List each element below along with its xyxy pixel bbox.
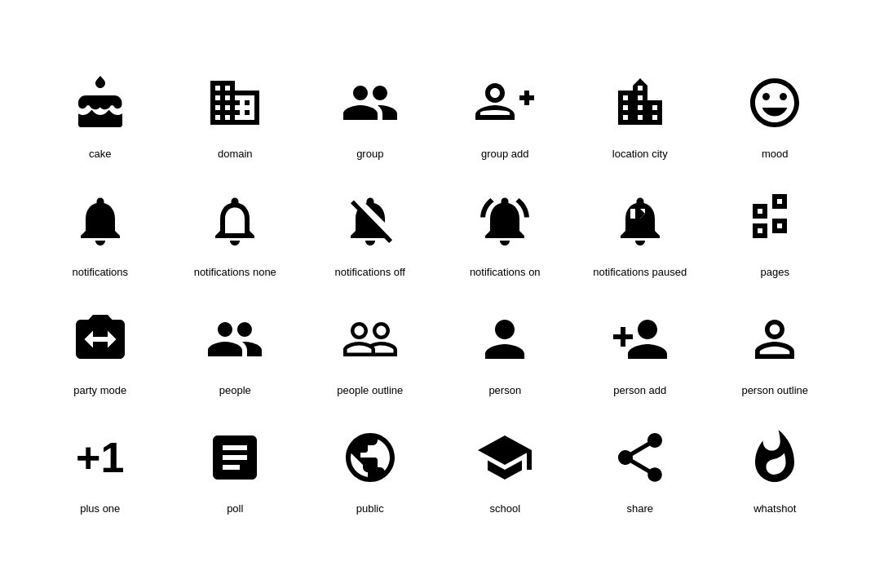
people-outline-label: people outline xyxy=(337,378,403,405)
people-icon xyxy=(202,307,267,372)
icon-item-plus-one: +1 plus one xyxy=(33,417,168,527)
icon-item-whatshot: whatshot xyxy=(708,417,843,527)
icon-item-school: school xyxy=(438,417,573,527)
icon-item-notifications-off: notifications off xyxy=(303,180,438,290)
share-icon xyxy=(608,425,673,490)
mood-icon xyxy=(742,70,807,135)
people-outline-icon xyxy=(338,307,403,372)
whatshot-icon xyxy=(742,425,807,490)
pages-icon xyxy=(742,188,807,254)
plus-one-label: plus one xyxy=(80,497,120,523)
icon-item-pages: pages xyxy=(708,180,843,290)
icon-item-notifications-none: notifications none xyxy=(168,180,303,290)
location-city-icon xyxy=(608,70,673,135)
notifications-on-label: notifications on xyxy=(470,260,541,286)
public-icon xyxy=(338,425,403,490)
people-label: people xyxy=(219,378,251,405)
location-city-label: location city xyxy=(612,142,668,168)
notifications-on-icon xyxy=(472,188,537,254)
domain-icon xyxy=(202,70,267,135)
person-icon xyxy=(472,307,537,372)
icon-item-notifications-on: notifications on xyxy=(438,180,573,290)
notifications-off-label: notifications off xyxy=(335,260,405,286)
school-label: school xyxy=(489,497,520,523)
poll-label: poll xyxy=(227,497,243,523)
group-icon xyxy=(338,70,403,135)
pages-label: pages xyxy=(761,260,789,286)
icon-item-group: group xyxy=(303,62,438,172)
icon-item-group-add: group add xyxy=(438,62,573,172)
icon-item-domain: domain xyxy=(168,62,303,172)
group-add-label: group add xyxy=(481,142,529,168)
icon-item-public: public xyxy=(303,417,438,527)
icon-item-party-mode: party mode xyxy=(33,298,168,409)
party-mode-icon xyxy=(68,307,133,372)
person-add-label: person add xyxy=(613,378,666,405)
share-label: share xyxy=(626,497,653,523)
icon-item-notifications: notifications xyxy=(33,180,168,290)
notifications-label: notifications xyxy=(72,260,128,286)
icon-item-person-outline: person outline xyxy=(708,298,843,409)
whatshot-label: whatshot xyxy=(753,497,796,523)
mood-label: mood xyxy=(762,142,789,168)
notifications-paused-label: notifications paused xyxy=(593,260,687,286)
person-outline-icon xyxy=(742,307,807,372)
notifications-off-icon xyxy=(338,188,403,254)
public-label: public xyxy=(356,497,384,523)
plus-one-icon: +1 xyxy=(68,425,133,490)
person-label: person xyxy=(488,378,521,405)
icon-item-notifications-paused: notifications paused xyxy=(572,180,708,290)
icon-item-person-add: person add xyxy=(572,298,708,409)
group-add-icon xyxy=(472,70,537,135)
icon-item-poll: poll xyxy=(168,417,303,527)
icon-item-location-city: location city xyxy=(572,62,708,172)
person-outline-label: person outline xyxy=(741,378,808,405)
notifications-none-icon xyxy=(202,188,267,254)
icon-item-people-outline: people outline xyxy=(303,298,438,409)
cake-label: cake xyxy=(89,142,111,168)
cake-icon xyxy=(68,70,133,135)
icon-item-share: share xyxy=(572,417,708,527)
domain-label: domain xyxy=(218,142,253,168)
poll-icon xyxy=(202,425,267,490)
icon-item-person: person xyxy=(438,298,573,409)
notifications-paused-icon xyxy=(608,188,673,254)
notifications-icon xyxy=(68,188,133,254)
school-icon xyxy=(472,425,537,490)
icon-grid: cake domain group group add location cit… xyxy=(0,38,875,551)
person-add-icon xyxy=(608,307,673,372)
icon-item-cake: cake xyxy=(33,62,168,172)
group-label: group xyxy=(356,142,383,168)
notifications-none-label: notifications none xyxy=(194,260,276,286)
icon-item-mood: mood xyxy=(708,62,843,172)
party-mode-label: party mode xyxy=(73,378,126,405)
icon-item-people: people xyxy=(168,298,303,409)
